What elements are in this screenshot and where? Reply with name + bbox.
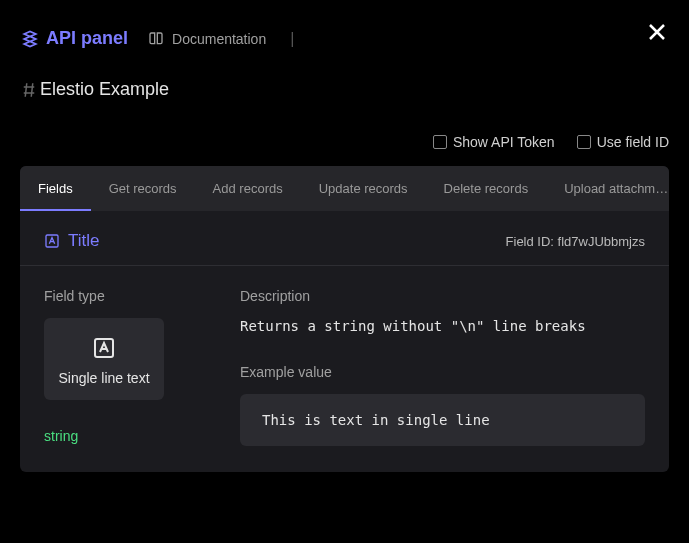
hash-icon — [20, 81, 38, 99]
close-icon — [645, 20, 669, 44]
use-field-id-label: Use field ID — [597, 134, 669, 150]
example-value: This is text in single line — [240, 394, 645, 446]
tab-delete-records[interactable]: Delete records — [426, 166, 547, 211]
show-api-token-checkbox[interactable]: Show API Token — [433, 134, 555, 150]
show-api-token-label: Show API Token — [453, 134, 555, 150]
documentation-label: Documentation — [172, 31, 266, 47]
tabs: Fields Get records Add records Update re… — [20, 166, 669, 211]
field-title[interactable]: Title — [44, 231, 100, 251]
description-label: Description — [240, 288, 645, 304]
field-body: Field type Single line text string Descr… — [20, 266, 669, 472]
header: API panel Documentation | — [0, 0, 689, 49]
divider: | — [290, 30, 294, 48]
close-button[interactable] — [645, 20, 669, 44]
description-text: Returns a string without "\n" line break… — [240, 318, 645, 334]
field-type-name: Single line text — [58, 370, 149, 386]
single-line-text-icon — [92, 336, 116, 360]
field-type-value: string — [44, 428, 208, 444]
text-field-icon — [44, 233, 60, 249]
tab-fields[interactable]: Fields — [20, 166, 91, 211]
page-title: Elestio Example — [40, 79, 169, 100]
checkbox-box-icon — [577, 135, 591, 149]
page-title-row: Elestio Example — [0, 49, 689, 100]
field-type-label: Field type — [44, 288, 208, 304]
options-row: Show API Token Use field ID — [0, 100, 689, 160]
field-id: Field ID: fld7wJUbbmjzs — [506, 234, 645, 249]
field-type-column: Field type Single line text string — [44, 288, 208, 446]
use-field-id-checkbox[interactable]: Use field ID — [577, 134, 669, 150]
field-description-column: Description Returns a string without "\n… — [240, 288, 645, 446]
example-label: Example value — [240, 364, 645, 380]
tab-add-records[interactable]: Add records — [195, 166, 301, 211]
app-logo: API panel — [20, 28, 128, 49]
logo-text: API panel — [46, 28, 128, 49]
documentation-link[interactable]: Documentation — [148, 31, 266, 47]
tab-upload-attachments[interactable]: Upload attachm… — [546, 166, 669, 211]
tab-update-records[interactable]: Update records — [301, 166, 426, 211]
checkbox-box-icon — [433, 135, 447, 149]
main-panel: Fields Get records Add records Update re… — [20, 166, 669, 472]
logo-icon — [20, 29, 40, 49]
field-type-card: Single line text — [44, 318, 164, 400]
tab-get-records[interactable]: Get records — [91, 166, 195, 211]
book-icon — [148, 31, 164, 47]
field-header: Title Field ID: fld7wJUbbmjzs — [20, 211, 669, 266]
field-title-text: Title — [68, 231, 100, 251]
